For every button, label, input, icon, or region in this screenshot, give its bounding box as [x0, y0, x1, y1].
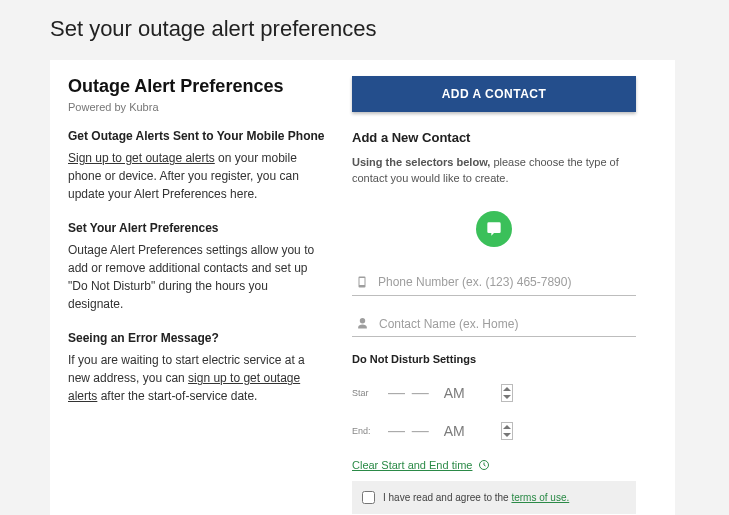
instructions: Using the selectors below, please choose…	[352, 155, 636, 187]
start-label: Star	[352, 388, 378, 398]
right-column: ADD A CONTACT Add a New Contact Using th…	[352, 76, 636, 514]
powered-by: Powered by Kubra	[68, 101, 326, 113]
end-time-stepper[interactable]	[501, 422, 513, 440]
terms-link[interactable]: terms of use.	[511, 492, 569, 503]
sms-contact-type[interactable]	[476, 211, 512, 247]
clock-icon	[478, 459, 490, 471]
start-ampm: AM	[444, 385, 465, 401]
agree-text: I have read and agree to the terms of us…	[383, 492, 569, 503]
end-ampm: AM	[444, 423, 465, 439]
phone-icon	[356, 274, 368, 290]
svg-marker-0	[503, 387, 511, 391]
svg-marker-3	[503, 433, 511, 437]
up-down-icon	[503, 387, 511, 399]
start-time-row: Star — — AM	[352, 383, 636, 403]
end-label: End:	[352, 426, 378, 436]
heading: Outage Alert Preferences	[68, 76, 326, 97]
svg-marker-1	[503, 395, 511, 399]
svg-marker-2	[503, 425, 511, 429]
phone-field[interactable]	[352, 269, 636, 296]
start-time-stepper[interactable]	[501, 384, 513, 402]
agree-text-pre: I have read and agree to the	[383, 492, 511, 503]
section-title-prefs: Set Your Alert Preferences	[68, 221, 326, 235]
left-column: Outage Alert Preferences Powered by Kubr…	[68, 76, 326, 514]
clear-row: Clear Start and End time	[352, 459, 636, 471]
end-time-value[interactable]: — —	[388, 421, 430, 441]
name-field[interactable]	[352, 312, 636, 337]
section-text-error: If you are waiting to start electric ser…	[68, 351, 326, 405]
speech-bubble-icon	[486, 221, 502, 237]
instructions-bold: Using the selectors below,	[352, 156, 490, 168]
agree-bar: I have read and agree to the terms of us…	[352, 481, 636, 514]
section-error-post: after the start-of-service date.	[97, 389, 257, 403]
person-icon	[356, 317, 369, 330]
end-time-row: End: — — AM	[352, 421, 636, 441]
section-text-mobile: Sign up to get outage alerts on your mob…	[68, 149, 326, 203]
start-time-value[interactable]: — —	[388, 383, 430, 403]
phone-input[interactable]	[378, 275, 632, 289]
panel-title: Add a New Contact	[352, 130, 636, 145]
contact-type-selector[interactable]	[352, 187, 636, 269]
preferences-card: Outage Alert Preferences Powered by Kubr…	[50, 60, 675, 515]
agree-checkbox[interactable]	[362, 491, 375, 504]
add-contact-button[interactable]: ADD A CONTACT	[352, 76, 636, 112]
section-title-mobile: Get Outage Alerts Sent to Your Mobile Ph…	[68, 129, 326, 143]
page-title: Set your outage alert preferences	[50, 8, 729, 60]
clear-times-link[interactable]: Clear Start and End time	[352, 459, 472, 471]
section-title-error: Seeing an Error Message?	[68, 331, 326, 345]
section-text-prefs: Outage Alert Preferences settings allow …	[68, 241, 326, 313]
dnd-heading: Do Not Disturb Settings	[352, 353, 636, 365]
signup-link-1[interactable]: Sign up to get outage alerts	[68, 151, 215, 165]
up-down-icon	[503, 425, 511, 437]
contact-name-input[interactable]	[379, 317, 632, 331]
